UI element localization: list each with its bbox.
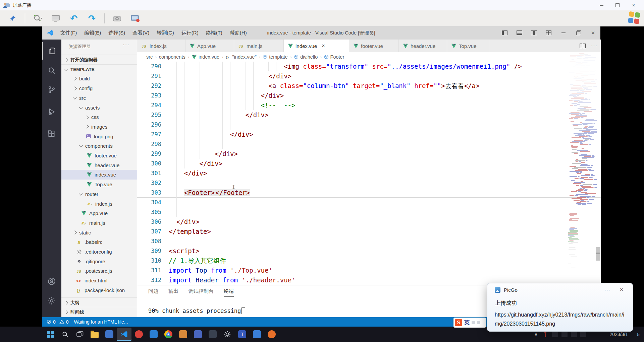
taskbar-app-app-blue[interactable]	[102, 328, 117, 341]
explorer-more-icon[interactable]: ···	[123, 42, 129, 48]
taskbar-app-task-view[interactable]	[72, 328, 87, 341]
run-debug-icon[interactable]	[42, 103, 61, 121]
code-line-299[interactable]: 299</div>	[137, 149, 601, 159]
extensions-icon[interactable]	[42, 125, 61, 143]
taskbar-date[interactable]: 2023/3/1	[610, 332, 628, 337]
code-line-291[interactable]: 291</div>	[137, 71, 601, 81]
broadcast-minimize-button[interactable]	[598, 2, 605, 8]
ime-toolbar[interactable]: S 英	[453, 318, 486, 328]
menu-编辑E[interactable]: 编辑(E)	[80, 26, 105, 40]
tree-item-logo.png[interactable]: logo.png	[61, 132, 137, 141]
redo-icon[interactable]: ↷	[86, 13, 98, 24]
code-line-293[interactable]: 293</div>	[137, 91, 601, 100]
picgo-more-icon[interactable]: ···	[604, 287, 610, 292]
minimap[interactable]	[567, 54, 597, 268]
breadcrumb-item-src[interactable]: src	[146, 54, 153, 60]
tree-item-打开的编辑器[interactable]: 打开的编辑器	[61, 55, 137, 65]
menu-文件F[interactable]: 文件(F)	[57, 26, 80, 40]
timeline-section[interactable]: 时间线	[61, 307, 137, 317]
taskbar-app-search[interactable]	[58, 328, 72, 341]
code-line-306[interactable]: 306</div>	[137, 217, 601, 227]
split-editor-icon[interactable]	[527, 26, 541, 40]
taskbar-app-chrome[interactable]	[161, 328, 176, 341]
tree-item-Top.vue[interactable]: Top.vue	[61, 180, 137, 189]
taskbar-app-app-indigo[interactable]	[191, 328, 205, 341]
tab-App.vue[interactable]: App.vue	[185, 40, 234, 52]
picgo-close-icon[interactable]: ×	[620, 286, 623, 293]
code-line-290[interactable]: 290<img class="transform" src="../assets…	[137, 62, 601, 71]
taskbar-app-browser-red[interactable]	[131, 328, 146, 341]
taskbar-app-firefox[interactable]	[264, 328, 279, 341]
breadcrumb-item-index.vue[interactable]: {}"index.vue"	[225, 54, 256, 60]
tree-item-css[interactable]: css	[61, 112, 137, 122]
tree-item-package-lock.json[interactable]: {}package-lock.json	[61, 285, 137, 295]
code-line-307[interactable]: 307</template>	[137, 227, 601, 236]
taskbar-app-file-explorer[interactable]	[87, 328, 102, 341]
taskbar-app-tim[interactable]	[146, 328, 161, 341]
menu-选择S[interactable]: 选择(S)	[105, 26, 129, 40]
broadcast-maximize-button[interactable]	[614, 2, 621, 8]
taskbar-app-t-app[interactable]: T	[235, 328, 250, 341]
taskbar-app-vscode[interactable]	[117, 328, 131, 341]
panel-tab-问题[interactable]: 问题	[148, 288, 158, 297]
taskbar-app-game-app[interactable]	[176, 328, 191, 341]
tree-item-TEMPLATE[interactable]: TEMPLATE	[61, 64, 137, 74]
tab-close-icon[interactable]: ×	[322, 43, 325, 49]
tab-Top.vue[interactable]: Top.vue	[447, 40, 490, 52]
vscode-minimize-button[interactable]	[556, 26, 571, 40]
menu-查看V[interactable]: 查看(V)	[129, 26, 153, 40]
menu-终端T[interactable]: 终端(T)	[202, 26, 226, 40]
breadcrumb-item-index.vue[interactable]: index.vue	[192, 54, 219, 60]
tab-index.vue[interactable]: index.vue×	[284, 40, 349, 52]
tree-item-config[interactable]: config	[61, 83, 137, 93]
tree-item-main.js[interactable]: JSmain.js	[61, 218, 137, 228]
code-line-292[interactable]: 292<a class="column-btn" target="_blank"…	[137, 81, 601, 91]
breadcrumb-item-template[interactable]: template	[263, 54, 288, 60]
outline-section[interactable]: 大纲	[61, 297, 137, 307]
breadcrumb-item-components[interactable]: components	[159, 54, 185, 60]
code-editor[interactable]: 290<img class="transform" src="../assets…	[137, 62, 601, 285]
problems-status[interactable]: 0 0	[47, 319, 69, 325]
tree-item-index.vue[interactable]: index.vue	[61, 170, 137, 180]
tree-item-static[interactable]: static	[61, 228, 137, 237]
code-line-310[interactable]: 310// 1.导入其它组件	[137, 256, 601, 266]
menu-帮助H[interactable]: 帮助(H)	[226, 26, 251, 40]
code-line-301[interactable]: 301</div>	[137, 168, 601, 178]
explorer-icon[interactable]	[42, 42, 62, 60]
tray-icon[interactable]	[571, 331, 577, 337]
tray-app-icon[interactable]	[543, 331, 548, 337]
code-line-309[interactable]: 309<script>	[137, 246, 601, 256]
code-line-295[interactable]: 295</div>	[137, 110, 601, 120]
code-line-296[interactable]: 296	[137, 120, 601, 130]
menu-运行R[interactable]: 运行(R)	[178, 26, 202, 40]
toggle-sidebar-icon[interactable]	[497, 26, 512, 40]
tree-item-src[interactable]: src	[61, 93, 137, 103]
code-line-311[interactable]: 311import Top from './Top.vue'	[137, 266, 601, 275]
account-icon[interactable]	[42, 273, 61, 290]
code-line-300[interactable]: 300</div>	[137, 159, 601, 168]
panel-tab-输出[interactable]: 输出	[168, 288, 178, 297]
code-line-294[interactable]: 294<!-- -->	[137, 100, 601, 110]
tree-item-index.html[interactable]: <>index.html	[61, 276, 137, 285]
tab-index.js[interactable]: JSindex.js	[137, 40, 185, 52]
screen-icon[interactable]	[50, 13, 61, 24]
code-line-302[interactable]: 302	[137, 178, 601, 188]
screen-share-icon[interactable]	[129, 13, 141, 24]
tree-item-images[interactable]: images	[61, 122, 137, 132]
tree-item-index.js[interactable]: JSindex.js	[61, 199, 137, 209]
undo-icon[interactable]: ↶	[68, 13, 79, 24]
code-line-304[interactable]: 304	[137, 198, 601, 207]
tab-footer.vue[interactable]: footer.vue	[349, 40, 399, 52]
tray-icon[interactable]	[561, 331, 568, 337]
tree-item-.gitignore[interactable]: .gitignore	[61, 257, 137, 266]
editor-more-actions[interactable]: ···	[591, 43, 597, 49]
tray-icon[interactable]	[552, 331, 558, 337]
taskbar-app-start[interactable]	[43, 328, 58, 341]
broadcast-close-button[interactable]: ×	[630, 2, 637, 8]
code-line-297[interactable]: 297</div>	[137, 130, 601, 139]
tab-main.js[interactable]: JSmain.js	[234, 40, 284, 52]
camera-icon[interactable]	[111, 13, 123, 24]
tree-item-build[interactable]: build	[61, 74, 137, 83]
split-editor-button[interactable]	[580, 44, 586, 48]
taskbar-app-notes[interactable]	[250, 328, 264, 341]
